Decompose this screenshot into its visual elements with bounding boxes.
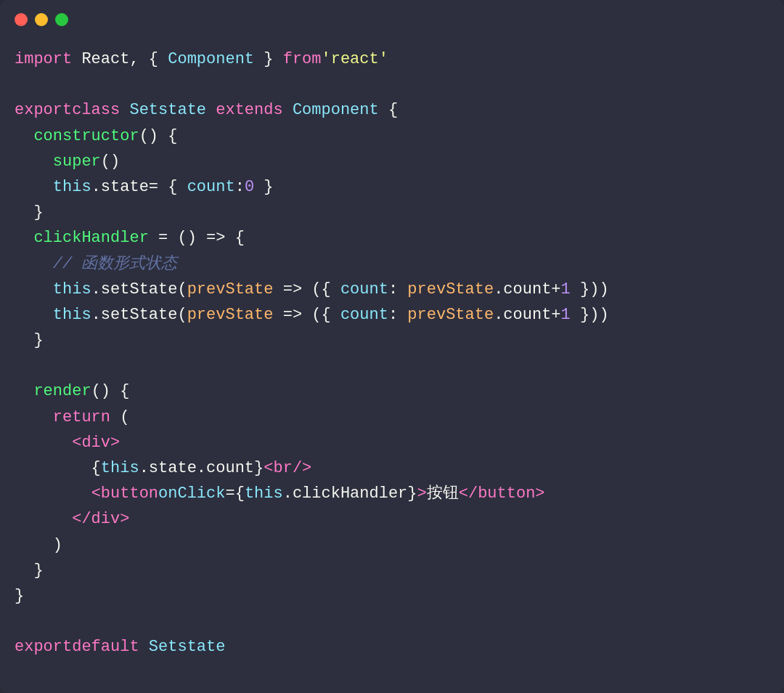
- code-line-3: exportclass Setstate extends Component {: [15, 97, 769, 123]
- code-line-9: // 函数形式状态: [15, 251, 769, 277]
- code-line-1: import React, { Component } from'react': [15, 46, 769, 72]
- code-line-7: }: [15, 200, 769, 225]
- titlebar: [0, 0, 784, 39]
- code-line-4: constructor() {: [15, 123, 769, 149]
- code-line-blank-3: [15, 609, 769, 634]
- code-line-5: super(): [15, 149, 769, 174]
- code-line-21: }: [15, 558, 769, 583]
- code-line-8: clickHandler = () => {: [15, 225, 769, 251]
- code-line-16: <div>: [15, 430, 769, 455]
- code-line-10: this.setState(prevState => ({ count: pre…: [15, 277, 769, 302]
- code-line-18: <buttononClick={this.clickHandler}>按钮</b…: [15, 481, 769, 506]
- minimize-button[interactable]: [35, 13, 48, 26]
- code-editor: import React, { Component } from'react' …: [0, 39, 784, 693]
- code-line-14: render() {: [15, 378, 769, 404]
- code-line-17: {this.state.count}<br/>: [15, 455, 769, 481]
- window: import React, { Component } from'react' …: [0, 0, 784, 693]
- code-line-19: </div>: [15, 506, 769, 532]
- code-line-6: this.state= { count:0 }: [15, 174, 769, 200]
- maximize-button[interactable]: [55, 13, 68, 26]
- close-button[interactable]: [15, 13, 28, 26]
- code-line-24: exportdefault Setstate: [15, 634, 769, 660]
- code-line-11: this.setState(prevState => ({ count: pre…: [15, 302, 769, 328]
- code-line-blank-1: [15, 72, 769, 97]
- code-line-22: }: [15, 583, 769, 609]
- code-line-12: }: [15, 328, 769, 353]
- code-line-15: return (: [15, 405, 769, 430]
- code-line-blank-2: [15, 353, 769, 378]
- code-line-20: ): [15, 532, 769, 558]
